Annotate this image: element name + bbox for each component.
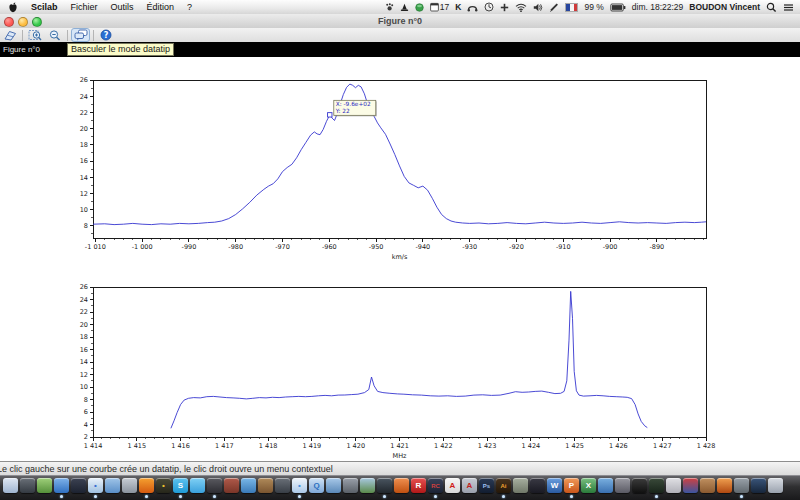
rotate-tool-button[interactable] xyxy=(1,29,19,42)
dock-item-matlab[interactable] xyxy=(717,478,732,499)
dock-item-dark-media[interactable] xyxy=(530,478,545,499)
dock-item-gray-sphere[interactable] xyxy=(343,478,358,499)
asterisk-icon[interactable] xyxy=(385,3,394,12)
dock-item-red-tool[interactable] xyxy=(224,478,239,499)
calendar-day[interactable]: 17 xyxy=(440,2,449,12)
green-ball-icon[interactable] xyxy=(415,3,424,12)
dock-item-firefox[interactable] xyxy=(139,478,154,499)
dock-item-dark-app[interactable] xyxy=(71,478,86,499)
list-icon[interactable] xyxy=(783,3,794,12)
paint-app-icon xyxy=(700,478,715,493)
logged-in-user[interactable]: BOUDON Vincent xyxy=(689,2,760,12)
dock-item-vlc[interactable] xyxy=(394,478,409,499)
menu-dition[interactable]: Édition xyxy=(147,2,175,12)
battery-percentage[interactable]: 99 % xyxy=(584,2,603,12)
dock-item-browser-globe[interactable] xyxy=(54,478,69,499)
dock-item-skype[interactable]: S xyxy=(173,478,188,499)
dock-item-safari[interactable]: • xyxy=(88,478,103,499)
dock-item-grapher[interactable] xyxy=(37,478,52,499)
dock-item-terminal[interactable] xyxy=(632,478,647,499)
velocity-spectrum-chart[interactable]: -1 010-1 000-990-980-970-960-950-940-930… xyxy=(0,57,800,262)
dock-item-earth-app[interactable] xyxy=(241,478,256,499)
figure-tab-label[interactable]: Figure n°0 xyxy=(3,45,40,54)
spotlight-icon[interactable] xyxy=(766,2,777,13)
frequency-spectrum-chart[interactable]: 1 4141 4151 4161 4171 4181 4191 4201 421… xyxy=(0,265,800,461)
plus-icon[interactable] xyxy=(500,3,509,12)
dock-item-badge-app[interactable] xyxy=(683,478,698,499)
velocity-spectrum-curve[interactable] xyxy=(93,84,706,225)
battery-icon[interactable] xyxy=(610,3,626,12)
dock-item-excel[interactable]: X xyxy=(581,478,596,499)
phone-icon[interactable] xyxy=(467,3,478,12)
dock-item-docs-app[interactable] xyxy=(666,478,681,499)
x-tick-label: 1 420 xyxy=(346,442,365,450)
zoom-in-icon xyxy=(28,29,42,41)
close-button[interactable] xyxy=(4,17,14,27)
dock-item-word[interactable]: W xyxy=(547,478,562,499)
hat-icon[interactable] xyxy=(400,3,409,12)
dock-item-trash[interactable] xyxy=(768,478,783,499)
dock-item-gray-app[interactable] xyxy=(615,478,630,499)
french-flag-icon[interactable] xyxy=(565,3,578,12)
clock-icon[interactable] xyxy=(484,2,494,12)
dock-item-utility[interactable] xyxy=(207,478,222,499)
plot-frame xyxy=(93,80,706,238)
running-indicator xyxy=(740,495,743,498)
frequency-spectrum-curve[interactable] xyxy=(171,291,647,428)
dock-item-illustrator[interactable]: Ai xyxy=(496,478,511,499)
y-tick-label: 12 xyxy=(80,190,88,198)
volume-icon[interactable] xyxy=(533,3,543,12)
dock-item-rc-app[interactable]: RC xyxy=(428,478,443,499)
datatip-toggle-button[interactable] xyxy=(71,28,90,42)
about-button[interactable]: ? xyxy=(97,29,115,42)
dock-item-photos-dark[interactable] xyxy=(275,478,290,499)
dock-item-lens-app[interactable] xyxy=(734,478,749,499)
dock-item-compass-app[interactable] xyxy=(326,478,341,499)
dock-item-photoshop[interactable]: Ps xyxy=(479,478,494,499)
dock-item-eye-app[interactable]: • xyxy=(156,478,171,499)
x-tick-label: 1 428 xyxy=(697,442,716,450)
running-indicator xyxy=(179,495,182,498)
y-tick-label: 20 xyxy=(80,321,88,329)
menu-?[interactable]: ? xyxy=(187,2,192,12)
calendar-icon[interactable] xyxy=(430,2,439,12)
menu-bar-clock[interactable]: dim. 18:22:29 xyxy=(632,2,684,12)
wifi-icon[interactable] xyxy=(515,3,527,12)
dock-item-gimp[interactable] xyxy=(513,478,528,499)
dock-item-powerpoint[interactable]: P xyxy=(564,478,579,499)
dock-item-landscape-photo[interactable] xyxy=(360,478,375,499)
minimize-button[interactable] xyxy=(18,17,28,27)
zoom-in-button[interactable] xyxy=(26,29,44,42)
x-tick-label: -970 xyxy=(275,243,290,251)
apple-icon[interactable] xyxy=(8,2,18,13)
dock-item-globe-dark[interactable] xyxy=(751,478,766,499)
x-tick-label: -950 xyxy=(369,243,384,251)
menu-outils[interactable]: Outils xyxy=(111,2,134,12)
zoom-button[interactable] xyxy=(32,17,42,27)
dock-item-adobe-r[interactable]: R xyxy=(411,478,426,499)
dock-item-mail[interactable] xyxy=(105,478,120,499)
dock-item-library[interactable] xyxy=(258,478,273,499)
dock-item-pdf-app[interactable]: A xyxy=(462,478,477,499)
dock-item-app-store[interactable] xyxy=(122,478,137,499)
figure-window-titlebar[interactable]: Figure n°0 xyxy=(0,14,800,29)
zoom-out-button[interactable] xyxy=(46,29,64,42)
dock-item-monitor-app[interactable] xyxy=(649,478,664,499)
dock-item-google-earth[interactable]: • xyxy=(292,478,307,499)
menu-scilab[interactable]: Scilab xyxy=(31,2,58,12)
menu-fichier[interactable]: Fichier xyxy=(71,2,98,12)
dock-item-acrobat-reader[interactable]: A xyxy=(445,478,460,499)
pencil-icon[interactable] xyxy=(549,2,559,12)
dock-item-twitter[interactable] xyxy=(190,478,205,499)
dock-item-paint-app[interactable] xyxy=(700,478,715,499)
dock-item-quicktime[interactable]: Q xyxy=(309,478,324,499)
matlab-icon xyxy=(717,478,732,493)
dock-item-photo-booth[interactable] xyxy=(20,478,35,499)
dock-item-feather-app[interactable] xyxy=(598,478,613,499)
k-status-item[interactable]: K xyxy=(455,2,461,12)
x-tick-label: 1 427 xyxy=(653,442,672,450)
datatip-marker[interactable] xyxy=(328,113,332,117)
dock-item-tv-app[interactable] xyxy=(377,478,392,499)
globe-dark-icon xyxy=(751,478,766,493)
dock-item-preview[interactable] xyxy=(3,478,18,499)
